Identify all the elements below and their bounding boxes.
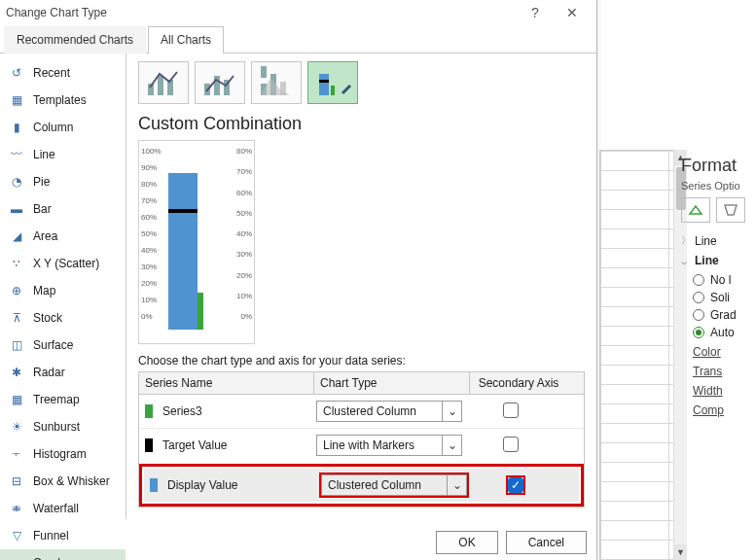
tab-recommended[interactable]: Recommended Charts [4,26,146,53]
type-icon: ▽ [8,527,25,544]
type-waterfall[interactable]: ⩨Waterfall [0,495,126,522]
radio-no-line[interactable]: No l [693,273,756,287]
link-width[interactable]: Width [693,384,756,398]
type-box-whisker[interactable]: ⊟Box & Whisker [0,468,126,495]
chart-type-list: ↺Recent▦Templates▮Column〰Line◔Pie▬Bar◢Ar… [0,53,126,519]
type-x-y-scatter-[interactable]: ∵X Y (Scatter) [0,250,126,277]
dialog-title: Change Chart Type [6,6,517,19]
secondary-axis-checkbox[interactable]: ✓ [508,477,523,493]
radio-solid-line[interactable]: Soli [693,291,756,304]
chart-type-dropdown[interactable]: Clustered Column⌄ [321,474,467,496]
header-series-name: Series Name [139,372,314,394]
effects-icon[interactable] [716,197,745,223]
close-button[interactable]: ✕ [554,5,591,20]
combo-subtype-2[interactable] [195,61,245,104]
secondary-tick: 70% [236,167,252,176]
type-recent[interactable]: ↺Recent [0,59,126,87]
type-sunburst[interactable]: ☀Sunburst [0,413,126,440]
secondary-axis-checkbox[interactable] [503,437,519,452]
type-icon: ▦ [8,91,25,109]
secondary-axis-checkbox[interactable] [503,402,519,418]
secondary-tick: 80% [236,147,252,156]
primary-tick: 100% [141,147,161,156]
primary-tick: 10% [141,296,157,304]
type-histogram[interactable]: ⫟Histogram [0,440,126,468]
type-icon: ▬ [8,200,25,218]
type-area[interactable]: ◢Area [0,223,126,250]
tab-all-charts[interactable]: All Charts [148,26,224,53]
primary-tick: 70% [141,196,157,205]
ok-button[interactable]: OK [436,531,497,554]
series-swatch [145,404,153,418]
type-icon: ☀ [8,418,25,436]
type-stock[interactable]: ⊼Stock [0,304,126,332]
link-transparency[interactable]: Trans [693,365,756,378]
chart-preview: 0%10%20%30%40%50%60%70%80%90%100%0%10%20… [138,140,255,344]
type-icon: ✱ [8,364,25,381]
type-icon: ◫ [8,336,25,354]
fill-line-icon[interactable] [681,197,710,223]
combo-subtype-custom[interactable] [307,61,358,104]
secondary-tick: 20% [236,271,252,280]
radio-automatic[interactable]: Auto [693,326,756,339]
type-icon: ◢ [8,228,25,245]
combo-subtype-1[interactable] [138,61,189,104]
chevron-down-icon: ⌄ [447,475,466,495]
primary-tick: 80% [141,180,157,189]
preview-line-target [168,209,198,213]
secondary-tick: 50% [236,209,252,218]
header-chart-type: Chart Type [314,372,470,394]
svg-rect-13 [261,66,267,78]
chart-type-dropdown[interactable]: Line with Markers⌄ [316,435,462,456]
highlight-display-value-row: Display ValueClustered Column⌄✓ [139,464,584,507]
secondary-tick: 30% [236,250,252,259]
type-icon: ▮ [8,119,25,136]
primary-tick: 20% [141,279,157,288]
type-icon: 〰 [8,146,25,163]
type-icon: ⩨ [8,500,25,517]
type-radar[interactable]: ✱Radar [0,359,126,386]
series-swatch [145,438,153,452]
type-icon: ⊟ [8,472,25,490]
type-bar[interactable]: ▬Bar [0,195,126,223]
series-row: Series3Clustered Column⌄ [139,395,584,428]
link-color[interactable]: Color [693,345,756,359]
secondary-tick: 0% [240,312,252,321]
section-line-expanded[interactable]: Line [681,254,756,267]
type-line[interactable]: 〰Line [0,141,126,168]
type-treemap[interactable]: ▦Treemap [0,386,126,413]
choose-label: Choose the chart type and axis for your … [138,354,585,368]
help-button[interactable]: ? [517,5,554,20]
chart-type-dropdown[interactable]: Clustered Column⌄ [316,401,462,422]
change-chart-type-dialog: Change Chart Type ? ✕ Recommended Charts… [0,0,597,560]
scroll-down-button[interactable]: ▼ [674,544,687,560]
preview-bar-series3 [198,293,203,330]
type-templates[interactable]: ▦Templates [0,87,126,114]
section-line-collapsed[interactable]: Line [681,234,756,248]
series-table: Series Name Chart Type Secondary Axis Se… [138,371,585,508]
primary-tick: 90% [141,163,157,172]
type-column[interactable]: ▮Column [0,114,126,141]
format-pane-subtitle[interactable]: Series Optio [681,180,756,192]
type-surface[interactable]: ◫Surface [0,332,126,359]
svg-rect-17 [319,74,329,95]
format-pane: Format Series Optio Line Line No l Soli … [681,150,756,423]
section-title: Custom Combination [138,114,585,134]
radio-gradient-line[interactable]: Grad [693,308,756,322]
type-combo[interactable]: ⫘Combo [0,549,126,560]
primary-tick: 40% [141,246,157,255]
worksheet-grid[interactable] [599,150,677,560]
primary-tick: 30% [141,262,157,271]
combo-subtype-3[interactable]: <"> [251,61,302,104]
type-icon: ▦ [8,391,25,408]
link-compound[interactable]: Comp [693,403,756,417]
type-funnel[interactable]: ▽Funnel [0,522,126,549]
type-pie[interactable]: ◔Pie [0,168,126,195]
format-pane-title: Format [681,150,756,180]
cancel-button[interactable]: Cancel [506,531,587,554]
dialog-titlebar: Change Chart Type ? ✕ [0,0,596,25]
series-row: Target ValueLine with Markers⌄ [139,428,584,462]
series-name-label: Series3 [162,404,316,418]
type-map[interactable]: ⊕Map [0,277,126,304]
primary-tick: 0% [141,312,153,321]
